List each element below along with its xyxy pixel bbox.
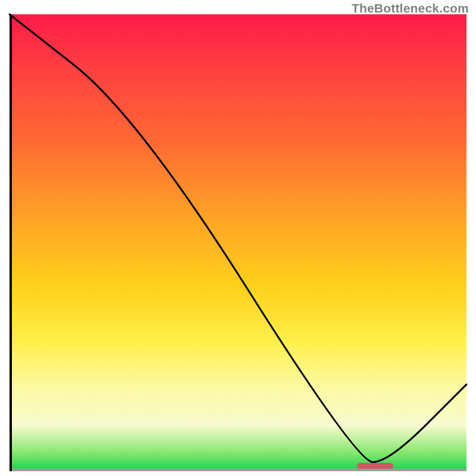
bottleneck-curve-path [10, 14, 466, 462]
chart-root: TheBottleneck.com [0, 0, 476, 476]
y-axis [10, 14, 12, 471]
watermark-text: TheBottleneck.com [352, 1, 469, 15]
plot-area [10, 14, 466, 471]
curve-layer [10, 14, 466, 471]
x-axis [10, 469, 466, 471]
